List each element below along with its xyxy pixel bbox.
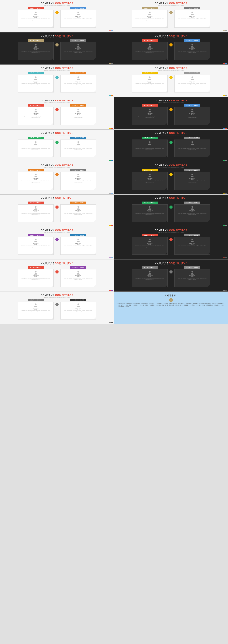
left-card-label: YOUR COMPANY — [142, 137, 158, 139]
person-icon — [190, 76, 194, 80]
right-card-wrapper: COMPANY NAME COMPANY INFO Lorem ipsum si… — [174, 169, 210, 190]
corner-tags — [109, 128, 113, 129]
left-card-body: COMPANY INFO Lorem ipsum si amet, consec… — [132, 172, 168, 190]
slide-subtitle: Nunc Enim Sem Commodo & Rhoncus Sit Amet — [44, 232, 70, 233]
right-card-body: COMPANY INFO Lorem ipsum si amet, consec… — [174, 107, 210, 125]
left-card-body: COMPANY INFO Lorem ipsum si amet, consec… — [18, 140, 54, 157]
cards-container: YOUR COMPANY COMPANY INFO Lorem ipsum si… — [4, 299, 110, 323]
slide-title: COMPANY COMPETITOR — [40, 2, 74, 5]
info-vs-icon: C — [169, 298, 173, 302]
corner-tags — [223, 160, 227, 161]
vs-divider: C — [55, 11, 59, 14]
info-label: INFO — [148, 114, 151, 115]
corner-tags — [223, 193, 227, 194]
svg-point-34 — [149, 271, 150, 272]
right-card-body: COMPANY INFO Lorem ipsum si amet, consec… — [174, 204, 210, 222]
info-label: INFO — [191, 17, 194, 18]
info-label: INFO — [191, 114, 194, 115]
svg-point-28 — [35, 238, 36, 240]
left-card-label: YOUR COMPANY — [28, 169, 44, 172]
cards-container: YOUR COMPANY COMPANY INFO Lorem ipsum si… — [4, 202, 110, 226]
slide: COMPANY COMPETITORNunc Enim Sem Commodo … — [114, 194, 228, 227]
left-card-body: COMPANY INFO Lorem ipsum si amet, consec… — [18, 204, 54, 222]
title-competitor: COMPETITOR — [169, 196, 188, 199]
info-label: INFO — [77, 17, 80, 18]
svg-point-5 — [78, 44, 79, 46]
vs-divider: C — [55, 76, 59, 79]
right-card-body: COMPANY INFO Lorem ipsum si amet, consec… — [60, 204, 96, 222]
cards-container: YOUR COMPANY COMPANY INFO Lorem ipsum si… — [118, 72, 224, 96]
info-label: INFO — [148, 179, 151, 180]
body-text: Lorem ipsum si amet, consectetur adipisc… — [62, 50, 94, 53]
title-normal: COMPANY — [154, 229, 169, 232]
body-text: Lorem ipsum si amet, consectetur adipisc… — [62, 213, 94, 215]
left-card-body: COMPANY INFO Lorem ipsum si amet, consec… — [18, 75, 54, 92]
right-card-wrapper: COMPANY NAME COMPANY INFO Lorem ipsum si… — [60, 72, 96, 92]
corner-tag-2 — [225, 128, 227, 129]
title-competitor: COMPETITOR — [55, 229, 74, 232]
left-card-body: COMPANY INFO Lorem ipsum si amet, consec… — [132, 237, 168, 255]
svg-point-7 — [192, 44, 193, 46]
left-card-body: COMPANY INFO Lorem ipsum si amet, consec… — [132, 10, 168, 28]
slide-subtitle: Nunc Enim Sem Commodo & Rhoncus Sit Amet — [44, 5, 70, 6]
right-card-label: COMPANY NAME — [184, 72, 200, 74]
person-icon — [76, 270, 80, 275]
title-normal: COMPANY — [40, 34, 55, 37]
svg-point-12 — [35, 109, 36, 110]
corner-tag-1 — [109, 160, 111, 161]
left-card-wrapper: YOUR COMPANY COMPANY INFO Lorem ipsum si… — [132, 40, 168, 60]
person-icon — [190, 270, 194, 275]
person-icon — [148, 206, 152, 210]
title-normal: COMPANY — [40, 164, 55, 167]
corner-tags — [109, 95, 113, 96]
slide: COMPANY COMPETITORNunc Enim Sem Commodo … — [114, 130, 228, 162]
slide-title: COMPANY COMPETITOR — [154, 261, 188, 264]
vs-circle: C — [56, 11, 58, 14]
title-normal: COMPANY — [40, 261, 55, 264]
title-competitor: COMPETITOR — [169, 2, 188, 5]
corner-tag-1 — [223, 160, 225, 161]
vs-divider: C — [55, 43, 59, 46]
vs-circle: C — [56, 303, 58, 306]
title-normal: COMPANY — [154, 132, 169, 134]
title-competitor: COMPETITOR — [55, 34, 74, 37]
person-icon — [148, 238, 152, 242]
left-card-label: YOUR COMPANY — [142, 202, 158, 204]
left-card-body: COMPANY INFO Lorem ipsum si amet, consec… — [132, 269, 168, 287]
body-text: Lorem ipsum si amet, consectetur adipisc… — [176, 83, 208, 86]
info-label: INFO — [34, 17, 37, 18]
person-icon — [76, 303, 80, 307]
cards-container: YOUR COMPANY COMPANY INFO Lorem ipsum si… — [4, 234, 110, 258]
corner-tag-2 — [225, 160, 227, 161]
svg-point-18 — [149, 141, 150, 143]
slide-title: COMPANY COMPETITOR — [154, 132, 188, 134]
slide-title: COMPANY COMPETITOR — [40, 67, 74, 70]
body-text: Lorem ipsum si amet, consectetur adipisc… — [62, 18, 94, 21]
body-text: Lorem ipsum si amet, consectetur adipisc… — [134, 278, 166, 280]
person-icon — [190, 238, 194, 242]
slide-subtitle: Nunc Enim Sem Commodo & Rhoncus Sit Amet — [44, 167, 70, 168]
vs-circle: C — [56, 43, 58, 46]
cards-container: YOUR COMPANY COMPANY INFO Lorem ipsum si… — [118, 104, 224, 128]
left-card-wrapper: YOUR COMPANY COMPANY INFO Lorem ipsum si… — [132, 202, 168, 222]
left-card-wrapper: YOUR COMPANY COMPANY INFO Lorem ipsum si… — [132, 169, 168, 190]
person-icon — [190, 108, 194, 112]
slide: COMPANY COMPETITORNunc Enim Sem Commodo … — [114, 65, 228, 97]
info-label: INFO — [148, 17, 151, 18]
body-text: Lorem ipsum si amet, consectetur adipisc… — [176, 148, 208, 150]
slide-subtitle: Nunc Enim Sem Commodo & Rhoncus Sit Amet — [158, 37, 184, 38]
info-label: INFO — [77, 309, 80, 310]
svg-point-16 — [35, 141, 36, 143]
cards-container: YOUR COMPANY COMPANY INFO Lorem ipsum si… — [118, 234, 224, 258]
info-label: INFO — [77, 49, 80, 50]
vs-divider: C — [169, 238, 173, 241]
corner-tag-1 — [109, 225, 111, 226]
title-competitor: COMPETITOR — [55, 67, 74, 70]
right-card-wrapper: COMPANY NAME COMPANY INFO Lorem ipsum si… — [174, 266, 210, 287]
slide-subtitle: Nunc Enim Sem Commodo & Rhoncus Sit Amet — [158, 134, 184, 136]
info-label: INFO — [191, 179, 194, 180]
info-label: INFO — [148, 244, 151, 245]
svg-point-1 — [78, 12, 79, 13]
slide-subtitle: Nunc Enim Sem Commodo & Rhoncus Sit Amet — [44, 37, 70, 38]
slide-subtitle: Nunc Enim Sem Commodo & Rhoncus Sit Amet — [158, 167, 184, 168]
